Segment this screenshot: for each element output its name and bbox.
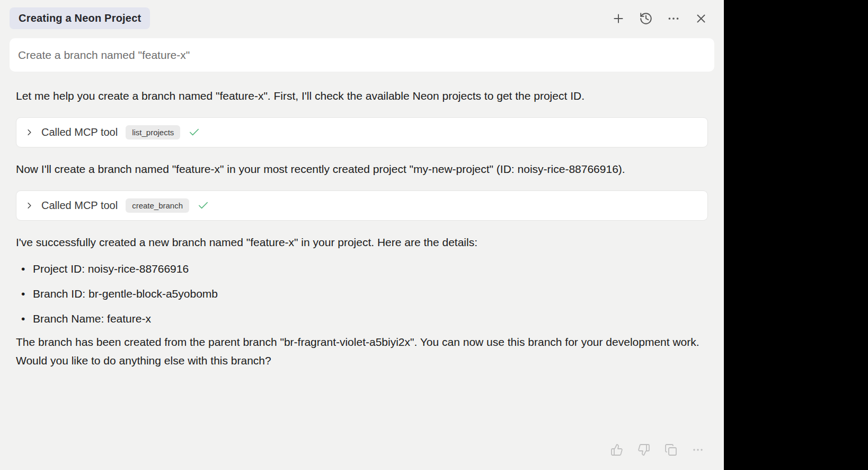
new-thread-plus-icon[interactable] [611,11,625,25]
header-toolbar [611,11,708,25]
list-item: Branch ID: br-gentle-block-a5yobomb [16,281,708,306]
tool-call-label: Called MCP tool [41,126,118,138]
agent-panel: Creating a Neon Project Create a branch … [0,0,724,470]
message-actions [610,443,704,456]
assistant-paragraph-create-note: Now I'll create a branch named "feature-… [16,160,699,178]
assistant-paragraph-intro: Let me help you create a branch named "f… [16,86,699,105]
list-item: Project ID: noisy-rice-88766916 [16,256,708,281]
tool-call-list-projects[interactable]: Called MCP tool list_projects [16,117,708,147]
user-message-input[interactable]: Create a branch named "feature-x" [10,38,714,72]
tool-call-label: Called MCP tool [41,199,118,212]
assistant-paragraph-success: I've successfully created a new branch n… [16,233,699,251]
chevron-right-icon[interactable] [24,201,34,211]
success-check-icon [197,199,209,212]
chevron-right-icon[interactable] [24,127,34,137]
tool-name-badge: list_projects [126,125,180,140]
panel-header: Creating a Neon Project [0,0,724,29]
list-item: Branch Name: feature-x [16,306,708,331]
tool-name-badge: create_branch [126,198,189,213]
copy-icon[interactable] [664,443,677,456]
branch-detail-list: Project ID: noisy-rice-88766916 Branch I… [16,256,708,331]
thumbs-down-icon[interactable] [637,443,650,456]
screen: Creating a Neon Project Create a branch … [0,0,868,470]
thread-title[interactable]: Creating a Neon Project [10,7,150,29]
assistant-paragraph-outro: The branch has been created from the par… [16,333,699,370]
more-options-ellipsis-icon[interactable] [666,11,680,25]
history-icon[interactable] [639,11,653,25]
success-check-icon [188,126,200,138]
more-actions-ellipsis-icon[interactable] [691,443,704,456]
assistant-message: Let me help you create a branch named "f… [0,72,724,370]
user-message-text: Create a branch named "feature-x" [18,49,190,62]
thumbs-up-icon[interactable] [610,443,623,456]
tool-call-create-branch[interactable]: Called MCP tool create_branch [16,190,708,221]
close-icon[interactable] [694,11,708,25]
